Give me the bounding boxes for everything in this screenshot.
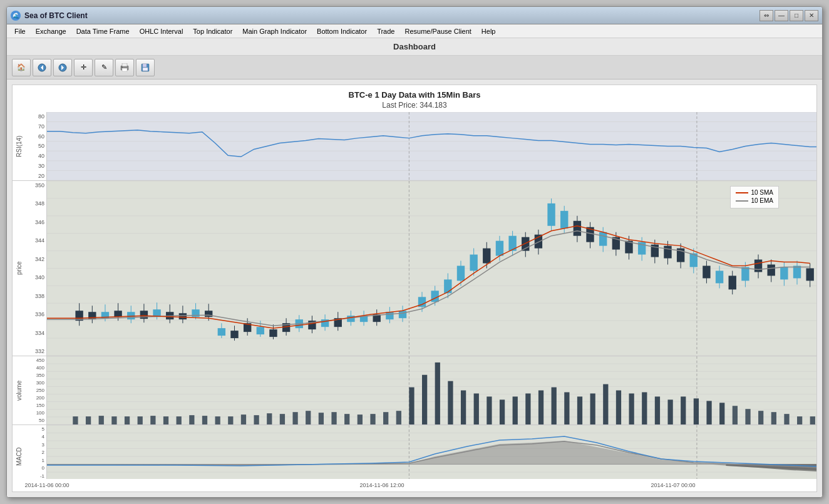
svg-rect-170: [163, 416, 168, 424]
print-button[interactable]: [115, 59, 134, 76]
svg-rect-163: [73, 416, 78, 424]
sma-legend-line: [736, 192, 748, 193]
svg-rect-199: [538, 391, 543, 425]
menu-data-time-frame[interactable]: Data Time Frame: [71, 26, 135, 36]
x-label-2: 2014-11-07 00:00: [651, 482, 695, 488]
svg-rect-212: [706, 401, 711, 424]
menu-main-graph-indicator[interactable]: Main Graph Indicator: [237, 26, 312, 36]
svg-rect-190: [422, 375, 427, 424]
svg-rect-168: [138, 416, 143, 424]
rsi-plot[interactable]: [47, 112, 816, 180]
restore-button[interactable]: ⇔: [759, 10, 773, 21]
menu-file[interactable]: File: [9, 26, 31, 36]
svg-rect-215: [745, 409, 750, 424]
forward-button[interactable]: [53, 59, 72, 76]
svg-rect-184: [344, 414, 349, 424]
svg-rect-174: [215, 416, 220, 424]
volume-plot[interactable]: [47, 356, 816, 424]
svg-rect-61: [230, 331, 238, 338]
svg-rect-141: [754, 260, 762, 272]
content-area: BTC-e 1 Day Data with 15Min Bars Last Pr…: [7, 80, 822, 497]
svg-rect-194: [474, 393, 479, 424]
svg-rect-139: [741, 267, 749, 281]
rsi-panel: RSI(14) 80706050403020: [13, 112, 816, 181]
svg-rect-187: [383, 412, 388, 424]
svg-rect-203: [590, 393, 595, 424]
macd-y-label: MACD: [13, 425, 25, 479]
svg-rect-109: [547, 203, 555, 226]
svg-rect-211: [694, 398, 699, 424]
svg-rect-135: [716, 270, 723, 283]
back-button[interactable]: [33, 59, 51, 76]
svg-rect-221: [47, 425, 816, 479]
price-legend: 10 SMA 10 EMA: [730, 186, 779, 208]
svg-rect-213: [719, 403, 724, 424]
svg-rect-5: [122, 63, 127, 66]
svg-rect-204: [603, 384, 608, 424]
svg-rect-175: [228, 416, 233, 424]
svg-rect-185: [358, 414, 363, 424]
svg-rect-210: [681, 396, 686, 424]
svg-rect-149: [806, 269, 813, 281]
svg-rect-53: [179, 313, 187, 319]
svg-rect-186: [370, 414, 375, 424]
svg-rect-216: [758, 411, 763, 424]
title-bar: 🌊 Sea of BTC Client ⇔ — □ ✕: [7, 7, 822, 24]
svg-rect-202: [577, 396, 582, 424]
menu-ohlc-interval[interactable]: OHLC Interval: [135, 26, 188, 36]
svg-rect-143: [768, 265, 775, 276]
ema-legend-label: 10 EMA: [751, 197, 773, 204]
save-button[interactable]: [136, 59, 155, 76]
volume-y-axis: 45040035030025020015010050: [25, 356, 47, 424]
window-controls: ⇔ — □ ✕: [759, 10, 818, 21]
menu-exchange[interactable]: Exchange: [31, 26, 71, 36]
svg-rect-117: [599, 232, 607, 246]
chart-title: BTC-e 1 Day Data with 15Min Bars: [13, 85, 816, 101]
crosshair-button[interactable]: ✛: [74, 59, 93, 76]
close-button[interactable]: ✕: [805, 10, 818, 21]
price-plot[interactable]: 10 SMA 10 EMA: [47, 181, 816, 356]
price-panel: price 350348346344342 340338336334332: [13, 181, 816, 356]
x-axis-labels: 2014-11-06 00:00 2014-11-06 12:00 2014-1…: [13, 479, 816, 491]
svg-rect-206: [629, 393, 634, 424]
svg-rect-214: [733, 406, 738, 424]
rsi-y-axis: 80706050403020: [25, 112, 47, 180]
svg-rect-9: [143, 64, 147, 67]
menu-top-indicator[interactable]: Top Indicator: [188, 26, 237, 36]
svg-rect-180: [292, 412, 297, 424]
svg-rect-11: [47, 112, 816, 180]
menu-help[interactable]: Help: [476, 26, 501, 36]
menu-bar: File Exchange Data Time Frame OHLC Inter…: [7, 24, 822, 38]
home-button[interactable]: 🏠: [12, 59, 31, 76]
svg-rect-10: [143, 68, 148, 71]
svg-rect-113: [574, 221, 581, 236]
svg-rect-195: [487, 396, 492, 424]
edit-button[interactable]: ✎: [95, 59, 113, 76]
charts-wrapper: RSI(14) 80706050403020: [13, 112, 816, 479]
svg-rect-65: [257, 327, 264, 334]
svg-rect-101: [496, 241, 503, 256]
macd-plot[interactable]: [47, 425, 816, 479]
svg-rect-7: [121, 66, 123, 68]
menu-resume-pause[interactable]: Resume/Pause Client: [399, 26, 476, 36]
page-title: Dashboard: [393, 42, 436, 51]
svg-rect-177: [254, 415, 259, 424]
svg-rect-198: [525, 393, 530, 424]
minimize-button[interactable]: —: [775, 10, 788, 21]
svg-rect-67: [269, 329, 277, 337]
svg-rect-43: [114, 311, 121, 317]
menu-trade[interactable]: Trade: [372, 26, 399, 36]
svg-rect-164: [86, 416, 91, 424]
maximize-button[interactable]: □: [790, 10, 803, 21]
svg-rect-181: [306, 411, 311, 424]
menu-bottom-indicator[interactable]: Bottom Indicator: [312, 26, 372, 36]
ema-legend-item: 10 EMA: [736, 197, 773, 204]
svg-rect-99: [483, 249, 490, 264]
svg-rect-91: [431, 291, 438, 302]
svg-rect-179: [280, 414, 285, 424]
svg-rect-145: [780, 267, 788, 280]
svg-rect-197: [513, 396, 518, 424]
svg-rect-173: [202, 416, 207, 424]
x-label-1: 2014-11-06 12:00: [359, 482, 404, 488]
svg-rect-95: [457, 266, 465, 281]
